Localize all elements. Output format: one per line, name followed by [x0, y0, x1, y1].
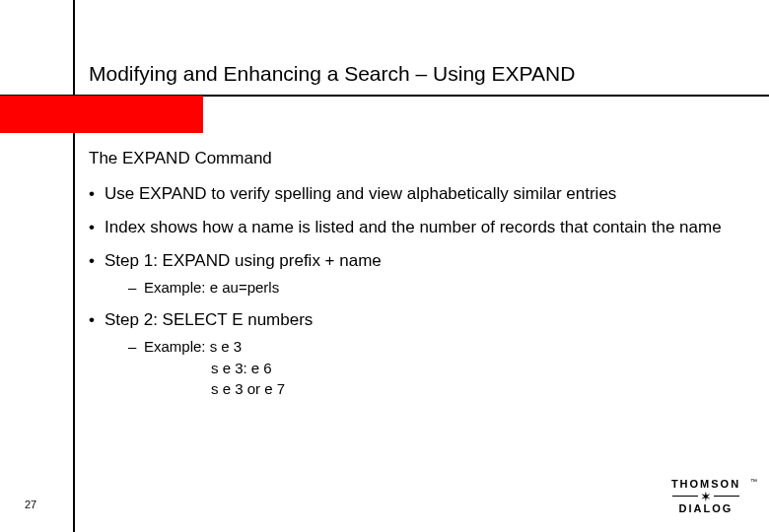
example-line: s e 3 or e 7 — [211, 379, 739, 399]
bullet-item: Use EXPAND to verify spelling and view a… — [89, 183, 739, 205]
bullet-item: Step 2: SELECT E numbers Example: s e 3 … — [89, 309, 739, 399]
bullet-text: Step 2: SELECT E numbers — [105, 310, 313, 329]
logo-star-divider: ✶ — [670, 492, 741, 500]
vertical-divider — [73, 0, 75, 532]
sub-bullet-item: Example: e au=perls — [114, 278, 739, 298]
bullet-item: Index shows how a name is listed and the… — [89, 217, 739, 238]
example-line: s e 3: e 6 — [211, 359, 739, 378]
sub-bullet-item: Example: s e 3 — [114, 337, 739, 357]
slide-title: Modifying and Enhancing a Search – Using… — [89, 62, 575, 86]
bullet-text: Step 1: EXPAND using prefix + name — [105, 251, 382, 270]
thomson-dialog-logo: THOMSON ✶ DIALOG — [670, 478, 741, 514]
trademark-symbol: ™ — [750, 478, 757, 485]
page-number: 27 — [25, 499, 36, 510]
slide-content: The EXPAND Command Use EXPAND to verify … — [89, 148, 739, 411]
bullet-item: Step 1: EXPAND using prefix + name Examp… — [89, 250, 739, 298]
logo-bottom-text: DIALOG — [670, 502, 741, 514]
red-accent-box — [0, 96, 203, 133]
content-subtitle: The EXPAND Command — [89, 148, 739, 169]
